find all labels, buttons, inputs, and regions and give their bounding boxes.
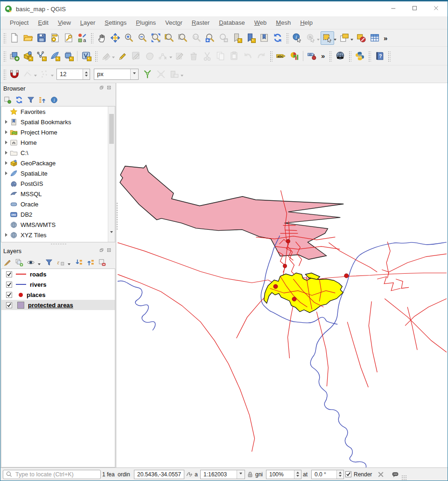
select-features-dropdown[interactable] bbox=[334, 39, 336, 42]
zoom-to-selection-button[interactable] bbox=[162, 31, 176, 45]
layer-item-rivers[interactable]: rivers bbox=[1, 279, 115, 290]
layer-checkbox[interactable] bbox=[6, 271, 12, 277]
scrollbar-thumb[interactable] bbox=[109, 114, 114, 144]
browser-item-spatial-bookmarks[interactable]: Spatial Bookmarks bbox=[1, 117, 115, 127]
zoom-in-button[interactable] bbox=[122, 31, 135, 45]
map-canvas[interactable] bbox=[116, 83, 448, 467]
toolbar-overflow-button[interactable]: » bbox=[381, 34, 390, 42]
menu-layer[interactable]: Layer bbox=[76, 16, 100, 29]
snapping-tolerance-spinbox[interactable]: 12 bbox=[56, 69, 90, 80]
expand-arrow-icon[interactable] bbox=[4, 161, 10, 165]
render-checkbox[interactable]: Render bbox=[345, 471, 372, 478]
style-manager-button[interactable]: a bbox=[75, 31, 89, 45]
browser-scrollbar[interactable] bbox=[108, 106, 115, 242]
toolbar-grip[interactable] bbox=[3, 32, 6, 43]
toolbar-grip[interactable] bbox=[387, 50, 391, 62]
menu-mesh[interactable]: Mesh bbox=[271, 16, 295, 29]
new-project-button[interactable] bbox=[7, 31, 21, 45]
browser-refresh-button[interactable] bbox=[15, 96, 23, 104]
enable-snapping-button[interactable] bbox=[7, 67, 21, 81]
close-button[interactable] bbox=[426, 1, 448, 16]
browser-item-mssql[interactable]: MSSQL bbox=[1, 189, 115, 199]
toolbar-grip[interactable] bbox=[269, 50, 273, 62]
titlebar[interactable]: basic_map - QGIS bbox=[0, 1, 448, 16]
select-by-value-dropdown[interactable] bbox=[350, 39, 353, 42]
metasearch-button[interactable] bbox=[333, 49, 347, 63]
browser-item-oracle[interactable]: Oracle bbox=[1, 199, 115, 209]
coordinate-input[interactable]: 20.5436,-34.0557 bbox=[134, 470, 184, 479]
expand-all-button[interactable] bbox=[75, 258, 83, 267]
browser-item-geopackage[interactable]: GeoPackage bbox=[1, 158, 115, 168]
select-by-value-button[interactable] bbox=[337, 31, 351, 45]
filter-expression-dropdown[interactable] bbox=[68, 263, 70, 267]
filter-legend-button[interactable] bbox=[45, 258, 53, 267]
menu-raster[interactable]: Raster bbox=[187, 16, 214, 29]
help-contents-button[interactable]: ? bbox=[372, 49, 386, 63]
layer-checkbox[interactable] bbox=[6, 292, 12, 298]
new-virtual-layer-button[interactable]: * bbox=[79, 49, 93, 63]
expand-arrow-icon[interactable] bbox=[4, 120, 10, 124]
add-group-button[interactable] bbox=[15, 258, 23, 267]
layer-item-protected-areas[interactable]: protected areas bbox=[1, 300, 115, 310]
expand-arrow-icon[interactable] bbox=[4, 130, 10, 134]
magnifier-spinner[interactable]: 100% bbox=[266, 470, 301, 479]
rotation-spinner[interactable]: 0.0 ° bbox=[311, 470, 344, 479]
browser-close-icon[interactable] bbox=[107, 85, 113, 92]
layers-close-icon[interactable] bbox=[107, 248, 113, 254]
data-source-manager-button[interactable] bbox=[7, 49, 21, 63]
locator-search-input[interactable]: Type to locate (Ctrl+K) bbox=[3, 470, 101, 479]
menu-web[interactable]: Web bbox=[250, 16, 272, 29]
pin-unpin-labels-button[interactable]: ab bbox=[305, 49, 319, 63]
filter-expression-button[interactable]: ε bbox=[56, 258, 65, 267]
collapse-all-tree-button[interactable] bbox=[38, 96, 47, 104]
layer-item-places[interactable]: places bbox=[1, 290, 115, 300]
topological-editing-button[interactable] bbox=[140, 67, 154, 81]
new-shapefile-layer-button[interactable]: * bbox=[35, 49, 48, 63]
new-spatial-bookmark-button[interactable]: * bbox=[230, 31, 244, 45]
menu-project[interactable]: Project bbox=[5, 16, 33, 29]
styling-brush-button[interactable] bbox=[3, 258, 12, 267]
layer-checkbox[interactable] bbox=[6, 302, 12, 308]
new-spatialite-layer-button[interactable]: * bbox=[48, 49, 62, 63]
zoom-last-button[interactable] bbox=[203, 31, 217, 45]
extent-toggle-icon[interactable] bbox=[186, 471, 193, 478]
browser-item-xyz-tiles[interactable]: XYZ Tiles bbox=[1, 230, 115, 240]
map-themes-dropdown[interactable] bbox=[38, 263, 41, 267]
add-selected-layers-button[interactable] bbox=[3, 96, 12, 104]
maximize-button[interactable] bbox=[405, 1, 426, 16]
minimize-button[interactable] bbox=[383, 1, 405, 16]
toolbar-overflow-button[interactable]: » bbox=[319, 52, 327, 60]
toolbar-grip[interactable] bbox=[3, 69, 6, 80]
scale-combobox[interactable]: 1:162003 bbox=[200, 470, 245, 479]
panel-splitter[interactable] bbox=[0, 242, 116, 246]
menu-edit[interactable]: Edit bbox=[33, 16, 53, 29]
zoom-out-button[interactable] bbox=[135, 31, 149, 45]
open-project-button[interactable] bbox=[21, 31, 35, 45]
open-attribute-table-button[interactable] bbox=[368, 31, 381, 45]
deselect-all-button[interactable] bbox=[354, 31, 368, 45]
show-layout-manager-button[interactable] bbox=[62, 31, 75, 45]
show-bookmark-manager-button[interactable]: * bbox=[244, 31, 257, 45]
browser-item-db2[interactable]: DB2DB2 bbox=[1, 209, 115, 219]
properties-info-button[interactable]: i bbox=[50, 96, 58, 104]
map-themes-button[interactable] bbox=[27, 258, 35, 267]
toolbar-grip[interactable] bbox=[329, 50, 332, 62]
toolbar-grip[interactable] bbox=[286, 32, 289, 43]
menu-help[interactable]: Help bbox=[295, 16, 317, 29]
menu-vector[interactable]: Vector bbox=[161, 16, 187, 29]
toolbar-grip[interactable] bbox=[94, 50, 98, 62]
zoom-to-layer-button[interactable] bbox=[176, 31, 189, 45]
scroll-down-icon[interactable] bbox=[110, 231, 113, 241]
stop-render-icon[interactable] bbox=[377, 471, 385, 478]
browser-item-spatialite[interactable]: SpatiaLite bbox=[1, 168, 115, 178]
new-print-layout-button[interactable] bbox=[48, 31, 62, 45]
show-bookmarks-button[interactable] bbox=[257, 31, 271, 45]
layers-panel-header[interactable]: Layers bbox=[0, 246, 116, 256]
expand-arrow-icon[interactable] bbox=[4, 151, 10, 155]
menu-view[interactable]: View bbox=[53, 16, 76, 29]
browser-item-wms-wmts[interactable]: WMS/WMTS bbox=[1, 219, 115, 230]
collapse-all-button[interactable] bbox=[86, 258, 95, 267]
python-console-button[interactable] bbox=[353, 49, 366, 63]
expand-arrow-icon[interactable] bbox=[4, 141, 10, 144]
pan-to-selection-button[interactable] bbox=[108, 31, 122, 45]
